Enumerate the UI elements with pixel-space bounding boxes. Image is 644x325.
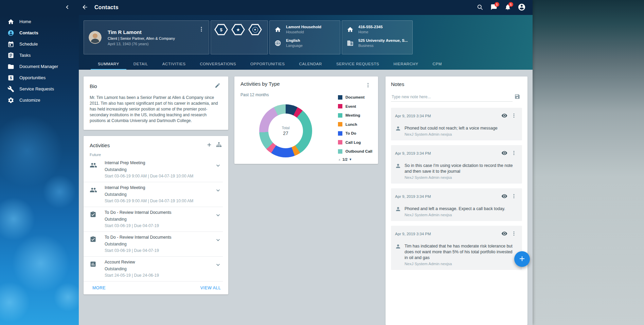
note-menu-button[interactable]	[509, 192, 519, 201]
kebab-icon	[511, 231, 517, 237]
tab-opportunities[interactable]: OPPORTUNITIES	[243, 59, 292, 70]
sidebar-item-opportunities[interactable]: $ Opportunities	[0, 72, 79, 83]
account-button[interactable]	[516, 1, 528, 14]
activities-donut-chart: Total 27	[259, 104, 312, 157]
note-author: NexJ System Admin nexjsa	[405, 132, 498, 136]
expand-activity-button[interactable]	[213, 186, 223, 195]
chart-menu-button[interactable]	[363, 81, 373, 90]
legend-swatch	[338, 131, 342, 136]
note-item: Apr 9, 2019 3:34 PM So in this case I'm …	[391, 145, 522, 184]
activity-row[interactable]: To Do - Review Internal Documents Outsta…	[84, 207, 223, 232]
language-value: English	[286, 38, 303, 42]
sidebar-item-label: Document Manager	[19, 64, 58, 69]
household-name-label: Household	[286, 30, 321, 34]
legend-item: To Do	[338, 129, 372, 138]
eye-icon	[501, 113, 507, 120]
note-item: Apr 9, 2019 3:34 PM Phoned but could not…	[391, 108, 522, 140]
sidebar-item-schedule[interactable]: Schedule	[0, 38, 79, 50]
avatar	[89, 31, 102, 44]
activity-row[interactable]: Internal Prep Meeting Outstanding Start …	[84, 157, 223, 182]
account-icon	[518, 3, 526, 12]
legend-swatch	[338, 95, 342, 100]
sidebar-item-service-requests[interactable]: Service Requests	[0, 83, 79, 95]
sidebar-item-label: Service Requests	[19, 86, 54, 91]
back-button[interactable]	[79, 1, 91, 14]
eye-icon	[501, 193, 507, 200]
note-menu-button[interactable]	[509, 149, 519, 158]
notifications-button[interactable]: 1	[502, 1, 514, 14]
tab-summary[interactable]: SUMMARY	[91, 59, 126, 70]
star-badge-icon: ★	[231, 23, 245, 36]
seal-star-badge-icon: ★	[248, 23, 262, 36]
kebab-icon	[511, 113, 517, 119]
kebab-icon	[511, 150, 517, 157]
more-button[interactable]: MORE	[92, 286, 106, 290]
address-value[interactable]: 525 University Avenue, S...	[358, 38, 408, 42]
household-name[interactable]: Lamont Household	[286, 25, 321, 29]
tab-cpm[interactable]: CPM	[426, 59, 449, 70]
view-all-button[interactable]: VIEW ALL	[200, 286, 221, 290]
tab-service-requests[interactable]: SERVICE REQUESTS	[329, 59, 386, 70]
tab-detail[interactable]: DETAIL	[126, 59, 155, 70]
topbar: Contacts 1 1	[0, 0, 533, 15]
new-note-input[interactable]	[391, 92, 513, 102]
note-text: Phoned but could not reach; left a voice…	[405, 125, 498, 131]
tab-conversations[interactable]: CONVERSATIONS	[193, 59, 243, 70]
tab-activities[interactable]: ACTIVITIES	[155, 59, 193, 70]
note-date: Apr 9, 2019 3:34 PM	[395, 114, 500, 118]
expand-activity-button[interactable]	[213, 161, 223, 171]
tab-hierarchy[interactable]: HIERARCHY	[386, 59, 425, 70]
activity-row[interactable]: To Do - Review Internal Documents Outsta…	[84, 232, 223, 257]
sidebar-item-contacts[interactable]: Contacts	[0, 27, 79, 38]
legend-item: Event	[338, 102, 372, 111]
note-visibility-button[interactable]	[500, 149, 509, 158]
sidebar-collapse-button[interactable]	[61, 1, 73, 14]
note-text: So in this case I'm using voice dictatio…	[405, 163, 517, 174]
donut-center-label: Total	[282, 126, 289, 130]
legend-page-down-icon[interactable]: ▼	[349, 158, 352, 161]
contacts-icon	[7, 30, 14, 36]
bio-edit-button[interactable]	[213, 81, 222, 91]
activity-title: To Do - Review Internal Documents	[105, 210, 213, 215]
contact-tabs: SUMMARY DETAIL ACTIVITIES CONVERSATIONS …	[91, 59, 449, 70]
add-fab-button[interactable]	[514, 251, 530, 267]
note-menu-button[interactable]	[509, 229, 519, 239]
profile-menu-button[interactable]	[195, 23, 208, 36]
note-author: NexJ System Admin nexjsa	[405, 262, 517, 266]
notes-title: Notes	[391, 81, 404, 87]
note-visibility-button[interactable]	[500, 192, 509, 201]
activity-row[interactable]: Account Review Outstanding Start 24-05-1…	[84, 257, 223, 281]
sidebar-item-document-manager[interactable]: Document Manager	[0, 61, 79, 72]
address-label: Business	[358, 44, 408, 48]
activities-hierarchy-button[interactable]	[214, 140, 223, 150]
sidebar-item-tasks[interactable]: Tasks	[0, 50, 79, 61]
eye-icon	[501, 230, 507, 238]
legend-swatch	[338, 104, 342, 108]
contact-info-card: 416-555-2345 Home 525 University Avenue,…	[342, 20, 413, 54]
activities-by-type-card: Activities by Type Past 12 months Total …	[234, 76, 378, 164]
expand-activity-button[interactable]	[213, 260, 223, 270]
folder-icon	[7, 63, 14, 70]
note-menu-button[interactable]	[509, 111, 519, 121]
sidebar-item-customize[interactable]: Customize	[0, 95, 79, 106]
sidebar-item-home[interactable]: Home	[0, 16, 79, 27]
legend-swatch	[338, 149, 342, 154]
note-visibility-button[interactable]	[500, 111, 509, 121]
note-date: Apr 9, 2019 3:34 PM	[395, 232, 500, 236]
activities-card: Activities Future Internal Prep Meeting	[84, 136, 228, 294]
tab-calendar[interactable]: CALENDAR	[292, 59, 329, 70]
phone-number[interactable]: 416-555-2345	[358, 25, 383, 29]
conversations-button[interactable]: 1	[488, 1, 500, 14]
legend-page-up-icon[interactable]: ▲	[338, 158, 341, 161]
note-visibility-button[interactable]	[500, 229, 509, 239]
expand-activity-button[interactable]	[213, 211, 223, 220]
save-note-button[interactable]	[513, 92, 522, 102]
add-activity-button[interactable]	[204, 140, 214, 150]
legend-item: Outbound Call	[338, 147, 372, 156]
note-author: NexJ System Admin nexjsa	[405, 175, 517, 179]
summary-content: Bio Mr. Tim Lamont has been a Senior Par…	[79, 70, 533, 325]
activity-row[interactable]: Internal Prep Meeting Outstanding Start …	[84, 182, 223, 207]
people-icon	[90, 185, 105, 203]
expand-activity-button[interactable]	[213, 236, 223, 245]
search-button[interactable]	[474, 1, 486, 14]
